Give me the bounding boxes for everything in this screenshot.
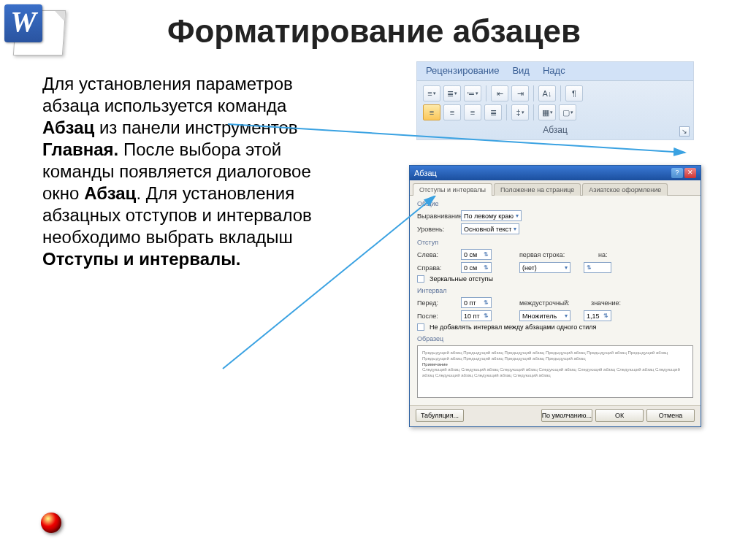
align-left-icon[interactable]: ≡ bbox=[423, 104, 440, 120]
default-button[interactable]: По умолчанию... bbox=[541, 409, 592, 422]
right-label: Справа: bbox=[417, 264, 458, 272]
nosame-checkbox[interactable] bbox=[417, 323, 424, 331]
ribbon-paragraph-group: Рецензирование Вид Надс ≡▾ ≣▾ ≔▾ ⇤ ⇥ A↓ … bbox=[416, 61, 694, 140]
section-general: Общие bbox=[417, 200, 693, 207]
before-spinner[interactable]: 0 пт bbox=[461, 297, 492, 308]
show-marks-icon[interactable]: ¶ bbox=[565, 85, 583, 101]
align-center-icon[interactable]: ≡ bbox=[443, 104, 461, 120]
tab-asian[interactable]: Азиатское оформление bbox=[582, 183, 668, 196]
numbering-icon[interactable]: ≣▾ bbox=[443, 85, 461, 101]
dialog-launcher-icon[interactable]: ↘ bbox=[679, 126, 690, 137]
cancel-button[interactable]: Отмена bbox=[646, 409, 695, 422]
tab-indents[interactable]: Отступы и интервалы bbox=[413, 183, 492, 196]
line-spacing-icon[interactable]: ‡▾ bbox=[511, 104, 529, 120]
section-indent: Отступ bbox=[417, 239, 693, 246]
ok-button[interactable]: ОК bbox=[595, 409, 644, 422]
decrease-indent-icon[interactable]: ⇤ bbox=[491, 85, 508, 101]
align-dropdown[interactable]: По левому краю bbox=[461, 210, 522, 221]
linesp-dropdown[interactable]: Множитель bbox=[519, 310, 570, 321]
mirror-checkbox[interactable] bbox=[417, 275, 424, 283]
preview-box: Предыдущий абзац Предыдущий абзац Предыд… bbox=[417, 345, 693, 398]
sort-icon[interactable]: A↓ bbox=[538, 85, 556, 101]
ribbon-tab-addins[interactable]: Надс bbox=[543, 65, 565, 76]
preview-current: Примечание bbox=[422, 362, 688, 368]
ribbon-tab-view[interactable]: Вид bbox=[512, 65, 530, 76]
justify-icon[interactable]: ≣ bbox=[484, 104, 502, 120]
before-label: Перед: bbox=[417, 299, 458, 307]
preview-prev: Предыдущий абзац Предыдущий абзац Предыд… bbox=[422, 350, 688, 362]
left-label: Слева: bbox=[417, 251, 458, 258]
by-label: на: bbox=[598, 251, 607, 258]
align-right-icon[interactable]: ≡ bbox=[464, 104, 481, 120]
tab-page-position[interactable]: Положение на странице bbox=[494, 183, 581, 196]
left-spinner[interactable]: 0 см bbox=[461, 249, 492, 260]
nosame-label: Не добавлять интервал между абзацами одн… bbox=[430, 323, 596, 331]
section-spacing: Интервал bbox=[417, 287, 693, 294]
after-label: После: bbox=[417, 312, 458, 320]
section-preview: Образец bbox=[417, 335, 693, 342]
value-label: значение: bbox=[591, 299, 621, 307]
after-spinner[interactable]: 10 пт bbox=[461, 310, 492, 321]
ribbon-group-label: Абзац bbox=[423, 123, 687, 138]
level-label: Уровень: bbox=[417, 226, 458, 233]
nav-bullet-icon[interactable] bbox=[41, 513, 61, 533]
shading-icon[interactable]: ▦▾ bbox=[538, 104, 556, 120]
align-label: Выравнивание: bbox=[417, 212, 458, 220]
body-text: Для установления параметров абзаца испол… bbox=[42, 73, 342, 270]
right-spinner[interactable]: 0 см bbox=[461, 262, 492, 273]
paragraph-dialog: Абзац ? ✕ Отступы и интервалы Положение … bbox=[409, 165, 701, 427]
preview-next: Следующий абзац Следующий абзац Следующи… bbox=[422, 367, 688, 379]
bullets-icon[interactable]: ≡▾ bbox=[423, 85, 440, 101]
slide-title: Форматирование абзацев bbox=[0, 13, 748, 50]
level-dropdown[interactable]: Основной текст bbox=[461, 223, 519, 234]
firstline-label: первая строка: bbox=[519, 251, 570, 258]
increase-indent-icon[interactable]: ⇥ bbox=[511, 85, 529, 101]
close-icon[interactable]: ✕ bbox=[684, 168, 696, 178]
linesp-label: междустрочный: bbox=[519, 299, 570, 307]
dialog-title: Абзац bbox=[414, 169, 437, 177]
tabs-button[interactable]: Табуляция... bbox=[416, 409, 464, 422]
borders-icon[interactable]: ▢▾ bbox=[559, 104, 576, 120]
multilevel-icon[interactable]: ≔▾ bbox=[464, 85, 481, 101]
value-spinner[interactable]: 1,15 bbox=[584, 310, 611, 321]
mirror-label: Зеркальные отступы bbox=[430, 275, 493, 283]
firstline-dropdown[interactable]: (нет) bbox=[519, 262, 570, 273]
help-icon[interactable]: ? bbox=[671, 168, 683, 178]
ribbon-tab-review[interactable]: Рецензирование bbox=[426, 65, 499, 76]
by-spinner[interactable] bbox=[584, 262, 611, 273]
